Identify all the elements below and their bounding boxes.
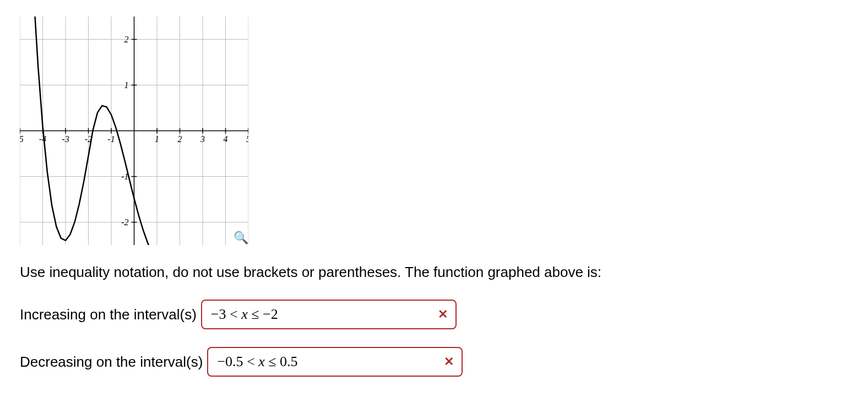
row-increasing: Increasing on the interval(s) −3 < x ≤ −… xyxy=(20,300,848,329)
svg-text:2: 2 xyxy=(124,35,129,44)
svg-text:2: 2 xyxy=(178,134,182,144)
decreasing-label: Decreasing on the interval(s) xyxy=(20,354,203,371)
increasing-answer-box[interactable]: −3 < x ≤ −2 ✕ xyxy=(201,300,457,329)
wrong-icon: ✕ xyxy=(444,355,454,369)
chart-svg: -5-4-3-2-112345-2-112 xyxy=(20,17,248,245)
decreasing-answer-box[interactable]: −0.5 < x ≤ 0.5 ✕ xyxy=(207,347,463,377)
wrong-icon: ✕ xyxy=(438,307,448,322)
instruction-text: Use inequality notation, do not use brac… xyxy=(20,263,848,282)
svg-text:-4: -4 xyxy=(39,134,46,144)
svg-text:-1: -1 xyxy=(107,134,115,144)
page: -5-4-3-2-112345-2-112 🔍 Use inequality n… xyxy=(0,0,868,413)
zoom-icon[interactable]: 🔍 xyxy=(234,231,248,245)
increasing-label: Increasing on the interval(s) xyxy=(20,306,197,323)
svg-text:3: 3 xyxy=(200,134,205,144)
row-decreasing: Decreasing on the interval(s) −0.5 < x ≤… xyxy=(20,347,848,377)
decreasing-answer: −0.5 < x ≤ 0.5 xyxy=(217,354,297,370)
svg-text:1: 1 xyxy=(124,80,129,90)
svg-text:-2: -2 xyxy=(121,218,128,227)
svg-text:5: 5 xyxy=(246,134,248,144)
increasing-answer: −3 < x ≤ −2 xyxy=(211,306,278,323)
svg-text:-5: -5 xyxy=(20,134,24,144)
svg-text:4: 4 xyxy=(224,134,228,144)
function-graph: -5-4-3-2-112345-2-112 🔍 xyxy=(20,17,248,245)
svg-text:1: 1 xyxy=(155,134,159,144)
svg-text:-3: -3 xyxy=(62,134,69,144)
